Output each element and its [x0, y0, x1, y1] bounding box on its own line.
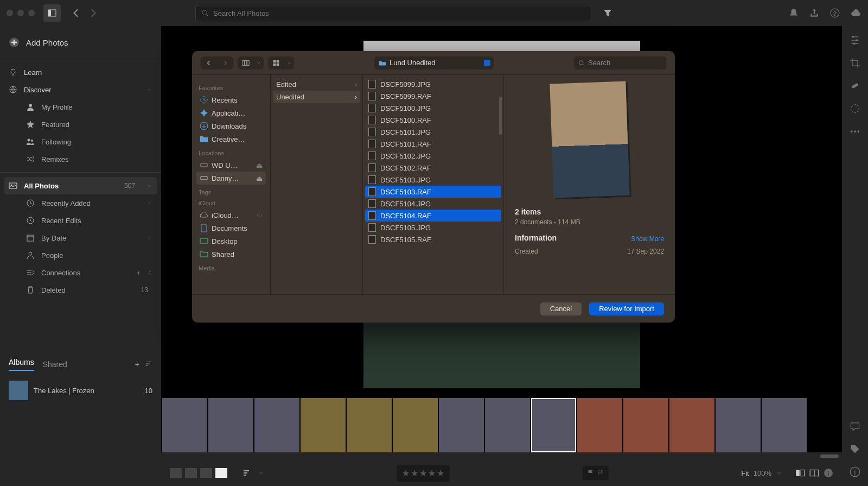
back-arrow-icon[interactable]	[72, 8, 81, 18]
file-row[interactable]: DSCF5104.JPG	[363, 198, 503, 210]
sort-icon[interactable]	[145, 360, 152, 368]
file-row[interactable]: DSCF5099.RAF	[363, 90, 503, 102]
chevron-down-icon[interactable]	[258, 470, 264, 476]
shared-item[interactable]: Shared	[196, 248, 266, 261]
file-row[interactable]: DSCF5099.JPG	[363, 78, 503, 90]
sliders-icon[interactable]	[850, 35, 860, 46]
flag-buttons[interactable]	[583, 466, 609, 480]
modal-search-input[interactable]: Search	[574, 56, 666, 70]
applications-item[interactable]: Applicati…	[196, 106, 266, 119]
view-columns-button[interactable]	[238, 56, 264, 70]
panel-toggle-button[interactable]	[43, 4, 61, 22]
shared-tab[interactable]: Shared	[43, 360, 67, 369]
heal-icon[interactable]	[850, 80, 860, 91]
filmstrip-thumb[interactable]	[208, 398, 253, 452]
crop-icon[interactable]	[850, 58, 860, 68]
people-nav[interactable]: People	[0, 247, 161, 264]
filmstrip-thumb[interactable]	[623, 398, 668, 452]
remixes-nav[interactable]: Remixes	[0, 150, 161, 168]
mask-icon[interactable]	[850, 103, 860, 114]
forward-button[interactable]	[217, 56, 233, 70]
creative-item[interactable]: Creative…	[196, 132, 266, 146]
show-more-link[interactable]: Show More	[631, 235, 664, 243]
single-view-icon[interactable]	[215, 468, 227, 478]
sort-lines-icon[interactable]	[242, 469, 251, 477]
my-profile-nav[interactable]: My Profile	[0, 98, 161, 116]
cloud-icon[interactable]	[851, 8, 861, 18]
albums-tab[interactable]: Albums	[9, 358, 34, 371]
fullscreen-window-icon[interactable]	[28, 10, 35, 16]
zoom-value[interactable]: 100%	[754, 469, 771, 477]
grid-large-icon[interactable]	[170, 468, 182, 478]
file-row[interactable]: DSCF5103.JPG	[363, 174, 503, 186]
all-photos-nav[interactable]: All Photos 507	[4, 177, 157, 194]
file-row[interactable]: DSCF5105.RAF	[363, 233, 503, 245]
cancel-button[interactable]: Cancel	[540, 302, 582, 315]
discover-nav[interactable]: Discover	[0, 81, 161, 98]
filmstrip-thumb[interactable]	[669, 398, 714, 452]
flag-pick-icon[interactable]	[587, 469, 595, 477]
desktop-item[interactable]: Desktop	[196, 235, 266, 248]
search-photos-input[interactable]: Search All Photos	[195, 5, 591, 21]
folder-unedited[interactable]: Unedited›	[273, 91, 360, 103]
recents-item[interactable]: Recents	[196, 93, 266, 106]
close-window-icon[interactable]	[7, 10, 13, 16]
album-item[interactable]: The Lakes | Frozen 10	[0, 376, 161, 405]
minimize-window-icon[interactable]	[17, 10, 24, 16]
filmstrip-thumb[interactable]	[347, 398, 392, 452]
tag-icon[interactable]	[850, 444, 860, 455]
flag-reject-icon[interactable]	[597, 469, 604, 477]
folder-edited[interactable]: Edited›	[271, 78, 362, 91]
wd-drive-item[interactable]: WD U…⏏	[196, 159, 266, 172]
file-row[interactable]: DSCF5103.RAF	[365, 186, 501, 198]
file-row[interactable]: DSCF5102.RAF	[363, 162, 503, 174]
comment-icon[interactable]	[850, 421, 860, 432]
filmstrip-thumb[interactable]	[162, 398, 207, 452]
bell-icon[interactable]	[789, 8, 799, 18]
documents-item[interactable]: Documents	[196, 222, 266, 235]
danny-drive-item[interactable]: Danny…⏏	[196, 172, 266, 185]
file-row[interactable]: DSCF5104.RAF	[365, 210, 501, 222]
before-after-icon[interactable]	[795, 468, 805, 478]
add-photos-button[interactable]: Add Photos	[0, 30, 161, 54]
filmstrip-thumb[interactable]	[762, 398, 807, 452]
recent-edits-nav[interactable]: Recent Edits	[0, 212, 161, 229]
forward-arrow-icon[interactable]	[88, 8, 98, 18]
grid-small-icon[interactable]	[185, 468, 197, 478]
following-nav[interactable]: Following	[0, 133, 161, 150]
path-dropdown[interactable]: Lund Unedited	[374, 56, 494, 70]
filmstrip-thumb[interactable]	[301, 398, 346, 452]
filmstrip-thumb[interactable]	[716, 398, 761, 452]
file-row[interactable]: DSCF5100.JPG	[363, 102, 503, 114]
icloud-drive-item[interactable]: iCloud…	[196, 209, 266, 222]
filmstrip-thumb[interactable]	[577, 398, 622, 452]
back-button[interactable]	[201, 56, 217, 70]
file-row[interactable]: DSCF5102.JPG	[363, 150, 503, 162]
file-row[interactable]: DSCF5100.RAF	[363, 114, 503, 126]
filmstrip[interactable]	[161, 398, 842, 452]
more-icon[interactable]	[850, 126, 860, 137]
help-icon[interactable]: ?	[830, 8, 840, 18]
file-row[interactable]: DSCF5101.RAF	[363, 138, 503, 150]
featured-nav[interactable]: Featured	[0, 116, 161, 133]
fit-label[interactable]: Fit	[741, 469, 749, 477]
add-album-icon[interactable]: +	[135, 360, 139, 369]
file-row[interactable]: DSCF5101.JPG	[363, 126, 503, 138]
compare-icon[interactable]	[200, 468, 212, 478]
review-import-button[interactable]: Review for Import	[589, 302, 664, 315]
deleted-nav[interactable]: Deleted 13	[0, 281, 161, 299]
filmstrip-thumb[interactable]	[254, 398, 299, 452]
share-icon[interactable]	[809, 8, 819, 18]
filmstrip-thumb[interactable]	[439, 398, 484, 452]
by-date-nav[interactable]: By Date	[0, 229, 161, 247]
info-icon[interactable]: i	[824, 468, 833, 478]
rating-stars[interactable]: ★★★★★	[397, 465, 450, 482]
chevron-down-icon[interactable]	[776, 470, 782, 476]
recently-added-nav[interactable]: Recently Added	[0, 194, 161, 212]
learn-nav[interactable]: Learn	[0, 64, 161, 81]
file-scrollbar[interactable]	[499, 97, 502, 135]
connections-nav[interactable]: Connections +	[0, 264, 161, 281]
filter-icon[interactable]	[603, 9, 612, 17]
filmstrip-thumb[interactable]	[485, 398, 530, 452]
downloads-item[interactable]: Downloads	[196, 119, 266, 132]
